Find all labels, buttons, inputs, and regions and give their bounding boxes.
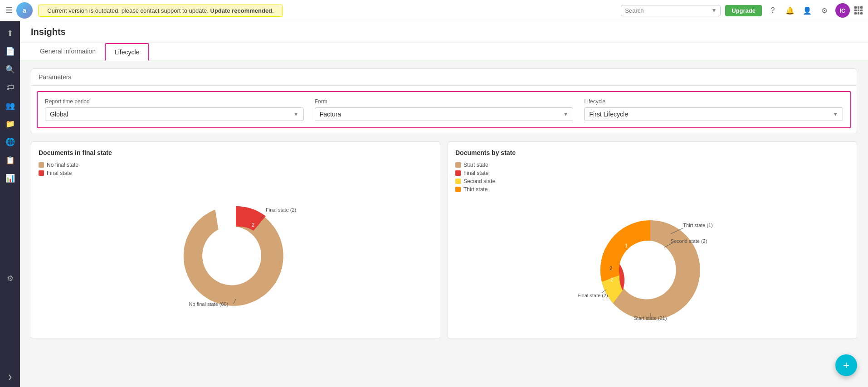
segment-no-final <box>183 206 283 306</box>
form-label: Form <box>315 98 574 105</box>
report-time-period-chevron-icon: ▼ <box>293 111 299 117</box>
form-chevron-icon: ▼ <box>563 111 568 117</box>
top-bar-left: ☰ a <box>5 2 33 19</box>
lifecycle-chevron-icon: ▼ <box>833 111 838 117</box>
avatar[interactable]: IC <box>835 3 850 18</box>
lifecycle-select[interactable]: First Lifecycle ▼ <box>584 107 843 121</box>
users-nav-icon[interactable]: 👤 <box>801 4 814 17</box>
parameters-header: Parameters <box>31 69 857 86</box>
hamburger-icon[interactable]: ☰ <box>5 5 13 15</box>
parameters-form: Report time period Global ▼ Form Factura <box>37 91 851 128</box>
sidebar-item-docs[interactable]: 📄 <box>2 43 18 59</box>
legend-item-start: Start state <box>455 162 849 168</box>
bell-icon[interactable]: 🔔 <box>784 4 796 17</box>
page-header: Insights <box>20 21 868 43</box>
page-title: Insights <box>31 27 857 37</box>
value-final: 2 <box>251 222 254 227</box>
legend-item-final: Final state <box>39 170 433 176</box>
search-container[interactable]: ▼ <box>621 5 721 16</box>
legend-color-second <box>455 179 461 184</box>
upgrade-button[interactable]: Upgrade <box>725 5 762 16</box>
donut-final-state-container: Final state (2) No final state (60) 60 2 <box>39 184 433 310</box>
sidebar-item-org[interactable]: 🌐 <box>2 134 18 150</box>
sidebar-item-search[interactable]: 🔍 <box>2 61 18 77</box>
help-icon[interactable]: ? <box>766 4 779 17</box>
chart-final-state-title: Documents in final state <box>39 149 433 156</box>
donut-by-state-container: Start state (21) Final state (2) Second … <box>455 200 849 331</box>
tabs-container: General information Lifecycle <box>20 43 868 61</box>
chart-final-state: Documents in final state No final state … <box>31 141 440 339</box>
form-select[interactable]: Factura ▼ <box>315 107 574 121</box>
legend-color-no-final <box>39 162 44 168</box>
main-layout: ⬆ 📄 🔍 🏷 👥 📁 🌐 📋 📊 ⚙ ❯ Insights General i… <box>0 21 868 387</box>
form-value: Factura <box>320 111 563 118</box>
lifecycle-field: Lifecycle First Lifecycle ▼ <box>584 98 843 121</box>
legend-label-final2: Final state <box>463 170 488 176</box>
tab-lifecycle[interactable]: Lifecycle <box>105 43 149 61</box>
apps-grid-icon[interactable] <box>854 6 863 15</box>
legend-label-second: Second state <box>463 178 495 184</box>
label-thirt-state: Thirt state (1) <box>683 223 712 228</box>
banner: Current version is outdated, please cont… <box>38 5 283 17</box>
label-final-state2: Final state (2) <box>577 293 608 298</box>
main-content: Insights General information Lifecycle P… <box>20 21 868 387</box>
form-row: Report time period Global ▼ Form Factura <box>45 98 843 121</box>
chart-by-state-legend: Start state Final state Second state <box>455 162 849 193</box>
sidebar-item-badge[interactable]: 🏷 <box>2 79 18 96</box>
legend-color-final <box>39 170 44 176</box>
top-bar-right: ▼ Upgrade ? 🔔 👤 ⚙ IC <box>621 3 863 18</box>
sidebar-item-users[interactable]: 👥 <box>2 97 18 114</box>
value-final-state2: 2 <box>610 277 613 282</box>
form-field: Form Factura ▼ <box>315 98 574 121</box>
sidebar-item-chart[interactable]: 📊 <box>2 170 18 186</box>
tabs: General information Lifecycle <box>31 43 857 60</box>
sidebar-expand-button[interactable]: ❯ <box>2 371 18 383</box>
value-no-final: 60 <box>225 276 232 282</box>
legend-label-start: Start state <box>463 162 488 168</box>
top-bar: ☰ a Current version is outdated, please … <box>0 0 868 21</box>
banner-text: Current version is outdated, please cont… <box>47 7 209 14</box>
label-second-state: Second state (2) <box>670 238 707 244</box>
search-chevron-icon: ▼ <box>711 7 717 14</box>
sidebar: ⬆ 📄 🔍 🏷 👥 📁 🌐 📋 📊 ⚙ ❯ <box>0 21 20 387</box>
sidebar-item-file[interactable]: 📋 <box>2 152 18 168</box>
report-time-period-select[interactable]: Global ▼ <box>45 107 304 121</box>
donut-by-state-svg: Start state (21) Final state (2) Second … <box>571 200 734 331</box>
sidebar-item-upload[interactable]: ⬆ <box>2 25 18 41</box>
logo: a <box>16 2 33 19</box>
chart-by-state: Documents by state Start state Final sta… <box>448 141 857 339</box>
legend-color-final2 <box>455 170 461 176</box>
chart-final-state-legend: No final state Final state <box>39 162 433 176</box>
legend-label-no-final: No final state <box>47 162 78 168</box>
legend-item-final2: Final state <box>455 170 849 176</box>
sidebar-item-folder[interactable]: 📁 <box>2 116 18 132</box>
lifecycle-label: Lifecycle <box>584 98 843 105</box>
report-time-period-value: Global <box>50 111 293 118</box>
legend-label-final: Final state <box>47 170 72 176</box>
legend-color-start <box>455 162 461 168</box>
chart-by-state-title: Documents by state <box>455 149 849 156</box>
banner-bold: Update recommended. <box>210 7 274 14</box>
value-start-state: 21 <box>651 290 658 296</box>
segment-thirt-state <box>600 220 650 282</box>
sidebar-item-settings[interactable]: ⚙ <box>2 271 18 287</box>
report-time-period-field: Report time period Global ▼ <box>45 98 304 121</box>
donut-final-state-svg: Final state (2) No final state (60) 60 2 <box>163 184 308 310</box>
legend-item-second: Second state <box>455 178 849 184</box>
legend-item-no-final: No final state <box>39 162 433 168</box>
charts-row: Documents in final state No final state … <box>31 141 857 339</box>
gear-nav-icon[interactable]: ⚙ <box>818 4 831 17</box>
value-thirt-state: 1 <box>624 243 627 248</box>
legend-item-thirt: Thirt state <box>455 186 849 193</box>
parameters-section: Parameters Report time period Global ▼ <box>31 68 857 134</box>
tab-general-information[interactable]: General information <box>31 43 105 61</box>
label-final-state: Final state (2) <box>266 207 296 213</box>
search-input[interactable] <box>625 7 709 14</box>
legend-color-thirt <box>455 187 461 192</box>
value-second-state: 2 <box>609 266 612 271</box>
fab-button[interactable]: + <box>835 354 857 376</box>
report-time-period-label: Report time period <box>45 98 304 105</box>
lifecycle-value: First Lifecycle <box>589 111 833 118</box>
content-area: Parameters Report time period Global ▼ <box>20 61 868 346</box>
logo-text: a <box>23 7 26 14</box>
